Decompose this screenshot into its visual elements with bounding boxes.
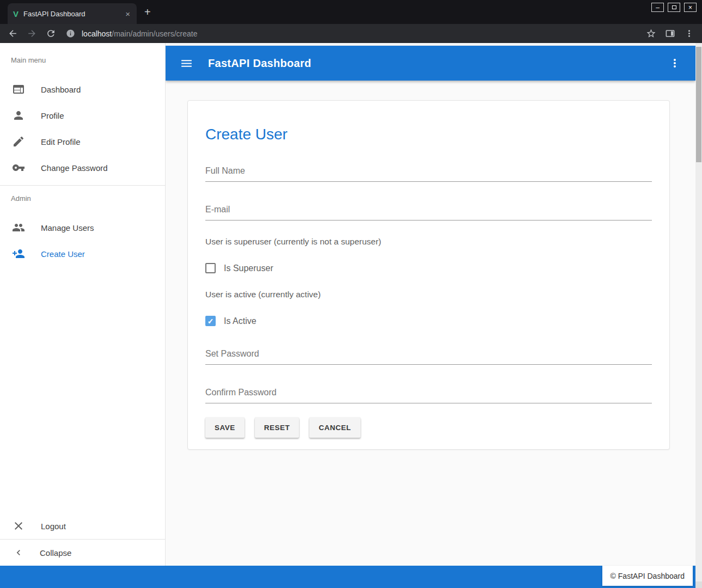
full-name-field-wrap: [205, 166, 652, 182]
tab-close-icon[interactable]: ×: [124, 9, 131, 19]
maximize-icon: [672, 5, 676, 9]
tab-title: FastAPI Dashboard: [23, 10, 119, 18]
people-icon: [12, 221, 25, 234]
back-icon[interactable]: [8, 28, 18, 39]
sidebar-item-change-password[interactable]: Change Password: [0, 155, 165, 181]
sidebar-item-dashboard[interactable]: Dashboard: [0, 76, 165, 102]
sidebar-item-manage-users[interactable]: Manage Users: [0, 215, 165, 241]
sidebar-section-main-menu: Main menu: [0, 43, 165, 76]
main-area: FastAPI Dashboard Create User User is su…: [166, 43, 695, 566]
sidebar-item-edit-profile[interactable]: Edit Profile: [0, 128, 165, 155]
scrollbar-corner: [695, 581, 702, 588]
page-title: Create User: [205, 126, 652, 143]
window-close-button[interactable]: ×: [684, 3, 697, 12]
password-input[interactable]: [205, 349, 652, 365]
superuser-checkbox-row[interactable]: Is Superuser: [205, 263, 652, 273]
vertical-scrollbar[interactable]: [695, 43, 702, 588]
confirm-password-input[interactable]: [205, 388, 652, 403]
sidebar: Main menu Dashboard Profile Edit Profile…: [0, 43, 166, 566]
superuser-checkbox-label: Is Superuser: [224, 264, 273, 273]
sidebar-item-label: Dashboard: [41, 85, 81, 94]
sidebar-item-label: Collapse: [40, 548, 71, 558]
scrollbar-thumb[interactable]: [696, 47, 701, 162]
pencil-icon: [12, 135, 25, 148]
bookmark-star-icon[interactable]: [646, 28, 656, 39]
forward-icon[interactable]: [27, 28, 37, 39]
new-tab-button[interactable]: +: [144, 7, 151, 17]
browser-menu-dots-icon[interactable]: [684, 28, 694, 39]
superuser-hint: User is superuser (currently is not a su…: [205, 237, 652, 247]
sidebar-spacer: [0, 267, 165, 513]
sidebar-item-collapse[interactable]: Collapse: [0, 540, 165, 566]
footer-copyright: © FastAPI Dashboard: [602, 566, 693, 586]
window-maximize-button[interactable]: [668, 3, 680, 12]
create-user-card: Create User User is superuser (currently…: [187, 100, 670, 450]
reload-icon[interactable]: [46, 28, 56, 39]
active-checkbox[interactable]: ✓: [205, 316, 216, 326]
reset-button[interactable]: RESET: [255, 418, 300, 438]
active-checkbox-row[interactable]: ✓ Is Active: [205, 316, 652, 326]
sidebar-section-admin: Admin: [0, 186, 165, 215]
form-actions: SAVE RESET CANCEL: [205, 418, 652, 438]
password-field-wrap: [205, 349, 652, 365]
superuser-checkbox[interactable]: [205, 263, 216, 273]
email-field-wrap: [205, 205, 652, 220]
footer-bar: © FastAPI Dashboard: [0, 566, 695, 588]
email-input[interactable]: [205, 205, 652, 220]
side-panel-icon[interactable]: [665, 28, 675, 39]
sidebar-item-label: Change Password: [41, 163, 108, 173]
url-bar[interactable]: localhost/main/admin/users/create: [66, 29, 637, 38]
vue-logo-icon: V: [13, 9, 19, 19]
sidebar-item-profile[interactable]: Profile: [0, 102, 165, 128]
dashboard-icon: [12, 83, 25, 96]
close-x-icon: [12, 519, 25, 532]
full-name-input[interactable]: [205, 166, 652, 182]
hamburger-menu-icon[interactable]: [180, 57, 193, 70]
url-path: /main/admin/users/create: [112, 29, 197, 38]
confirm-password-field-wrap: [205, 388, 652, 403]
page-info-icon[interactable]: [66, 29, 75, 38]
content-area: Create User User is superuser (currently…: [166, 81, 695, 450]
window-controls: – ×: [651, 3, 697, 12]
browser-addressbar: localhost/main/admin/users/create: [0, 24, 702, 43]
sidebar-item-label: Edit Profile: [41, 137, 81, 146]
cancel-button[interactable]: CANCEL: [309, 418, 360, 438]
sidebar-item-label: Create User: [41, 249, 85, 259]
url-host: localhost: [82, 29, 112, 38]
browser-tab[interactable]: V FastAPI Dashboard ×: [8, 3, 137, 24]
appbar-menu-dots-icon[interactable]: [668, 57, 681, 70]
browser-titlebar: V FastAPI Dashboard × + – ×: [0, 0, 702, 24]
sidebar-item-label: Profile: [41, 111, 64, 120]
chevron-left-icon: [13, 547, 24, 558]
sidebar-item-create-user[interactable]: Create User: [0, 241, 165, 267]
sidebar-item-label: Logout: [41, 522, 66, 531]
sidebar-item-logout[interactable]: Logout: [0, 513, 165, 539]
save-button[interactable]: SAVE: [205, 418, 245, 438]
page: Main menu Dashboard Profile Edit Profile…: [0, 43, 702, 588]
active-checkbox-label: Is Active: [224, 316, 257, 326]
active-hint: User is active (currently active): [205, 290, 652, 299]
appbar-title: FastAPI Dashboard: [208, 57, 312, 70]
key-icon: [12, 161, 25, 174]
person-add-icon: [12, 247, 25, 260]
sidebar-item-label: Manage Users: [41, 223, 94, 232]
app-bar: FastAPI Dashboard: [166, 46, 695, 81]
checkmark-icon: ✓: [207, 317, 214, 326]
person-icon: [12, 109, 25, 122]
window-minimize-button[interactable]: –: [651, 3, 664, 12]
